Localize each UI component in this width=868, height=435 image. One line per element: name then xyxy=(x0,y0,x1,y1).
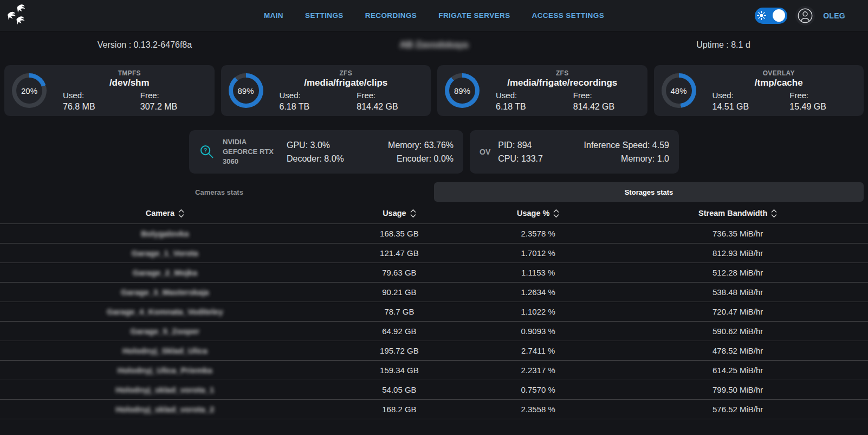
nav-item-settings[interactable]: SETTINGS xyxy=(305,11,344,20)
column-header-usage[interactable]: Usage xyxy=(330,209,469,218)
theme-toggle[interactable] xyxy=(755,8,787,24)
column-header-camera[interactable]: Camera xyxy=(0,209,330,218)
usage-percent-cell: 2.2317 % xyxy=(469,366,607,375)
table-row-7: Holodnyj_Ulica_Priemka 159.34 GB 2.2317 … xyxy=(0,360,868,380)
free-label: Free: xyxy=(789,91,856,100)
toggle-knob xyxy=(773,9,785,22)
detector-name: OV xyxy=(480,148,490,156)
camera-name-cell: Garage_2_Mojka xyxy=(0,268,330,277)
storage-type: ZFS xyxy=(269,69,424,77)
usage-percent-cell: 0.7570 % xyxy=(469,385,607,394)
storage-type: OVERLAY xyxy=(702,69,857,77)
bandwidth-cell: 614.25 MiB/hr xyxy=(607,366,868,375)
usage-cell: 159.34 GB xyxy=(330,366,469,375)
bandwidth-cell: 576.52 MiB/hr xyxy=(607,405,868,414)
donut-percent: 89% xyxy=(237,86,254,95)
storage-card-0: 20% TMPFS /dev/shm Used: 76.8 MB Free: 3… xyxy=(4,65,215,116)
user-menu-button[interactable] xyxy=(795,6,815,25)
used-value: 6.18 TB xyxy=(279,102,346,112)
used-label: Used: xyxy=(496,91,562,100)
nav-item-main[interactable]: MAIN xyxy=(264,11,283,20)
info-bar: Version : 0.13.2-6476f8a AB Zavodskaya U… xyxy=(0,31,868,59)
gpu-stats-card: ? NVIDIA GEFORCE RTX 3060 GPU: 3.0% Deco… xyxy=(189,130,463,174)
table-header: Camera Usage Usage % Stream Bandwidth xyxy=(0,203,868,223)
detector-pid: PID: 894 xyxy=(498,140,543,150)
usage-donut: 48% xyxy=(662,73,696,108)
camera-name-cell: Holodnyj_Sklad_Ulica xyxy=(0,346,330,355)
table-row-1: Garage_1_Vorota 121.47 GB 1.7012 % 812.9… xyxy=(0,243,868,263)
gpu-decoder: Decoder: 8.0% xyxy=(287,154,344,164)
usage-donut: 89% xyxy=(445,73,480,108)
gpu-usage: GPU: 3.0% xyxy=(287,140,344,150)
gpu-encoder: Encoder: 0.0% xyxy=(388,154,454,164)
storage-card-2: 89% ZFS /media/frigate/recordings Used: … xyxy=(437,65,647,116)
server-name: AB Zavodskaya xyxy=(400,40,469,50)
usage-percent-cell: 2.7411 % xyxy=(469,346,607,355)
camera-name-cell: Garage_4_Komnata_Voditeley xyxy=(0,307,330,316)
detector-inference-speed: Inference Speed: 4.59 xyxy=(584,140,669,150)
detector-memory: Memory: 1.0 xyxy=(584,154,669,164)
table-row-6: Holodnyj_Sklad_Ulica 195.72 GB 2.7411 % … xyxy=(0,341,868,360)
nav-item-frigate-servers[interactable]: FRIGATE SERVERS xyxy=(438,11,510,20)
usage-percent-cell: 1.1022 % xyxy=(469,307,607,316)
nav-item-access-settings[interactable]: ACCESS SETTINGS xyxy=(532,11,605,20)
svg-text:?: ? xyxy=(204,148,207,153)
detector-stats-card: OV PID: 894 CPU: 133.7 Inference Speed: … xyxy=(470,130,679,174)
usage-donut: 20% xyxy=(12,73,47,108)
camera-name-cell: Holodnyj_sklad_vorota_2 xyxy=(0,405,330,414)
column-header-stream-bandwidth[interactable]: Stream Bandwidth xyxy=(607,209,868,218)
usage-cell: 54.05 GB xyxy=(330,385,469,394)
camera-name-cell: Garage_5_Zooper xyxy=(0,327,330,336)
bandwidth-cell: 512.28 MiB/hr xyxy=(607,268,868,277)
version-label: Version : 0.13.2-6476f8a xyxy=(0,40,289,50)
usage-cell: 78.7 GB xyxy=(330,307,469,316)
free-value: 307.2 MB xyxy=(140,102,207,112)
table-row-0: Bolygalovka 168.35 GB 2.3578 % 736.35 Mi… xyxy=(0,223,868,243)
bandwidth-cell: 720.47 MiB/hr xyxy=(607,307,868,316)
free-label: Free: xyxy=(357,91,423,100)
usage-cell: 121.47 GB xyxy=(330,248,469,258)
usage-percent-cell: 2.3558 % xyxy=(469,405,607,414)
bandwidth-cell: 736.35 MiB/hr xyxy=(607,229,868,238)
sort-updown-icon xyxy=(178,209,184,218)
gpu-memory: Memory: 63.76% xyxy=(388,140,454,150)
storage-cards: 20% TMPFS /dev/shm Used: 76.8 MB Free: 3… xyxy=(4,65,864,116)
nav-item-recordings[interactable]: RECORDINGS xyxy=(365,11,417,20)
bandwidth-cell: 799.50 MiB/hr xyxy=(607,385,868,394)
bandwidth-cell: 538.48 MiB/hr xyxy=(607,287,868,297)
column-header-usage-percent[interactable]: Usage % xyxy=(469,209,607,218)
magnifier-question-icon[interactable]: ? xyxy=(199,144,215,160)
usage-percent-cell: 0.9093 % xyxy=(469,327,607,336)
tab-cameras-stats[interactable]: Cameras stats xyxy=(4,182,434,202)
usage-cell: 195.72 GB xyxy=(330,346,469,355)
sort-updown-icon xyxy=(553,209,559,218)
used-label: Used: xyxy=(279,91,346,100)
usage-percent-cell: 2.3578 % xyxy=(469,229,607,238)
camera-name-cell: Garage_3_Masterskaja xyxy=(0,287,330,297)
detector-cpu: CPU: 133.7 xyxy=(498,154,543,164)
storage-card-3: 48% OVERLAY /tmp/cache Used: 14.51 GB Fr… xyxy=(654,65,864,116)
storage-path: /tmp/cache xyxy=(702,78,857,88)
table-row-8: Holodnyj_sklad_vorota_1 54.05 GB 0.7570 … xyxy=(0,380,868,399)
bandwidth-cell: 812.93 MiB/hr xyxy=(607,248,868,258)
top-nav: MAIN SETTINGS RECORDINGS FRIGATE SERVERS… xyxy=(0,0,868,31)
used-value: 76.8 MB xyxy=(63,102,129,112)
usage-cell: 79.63 GB xyxy=(330,268,469,277)
username[interactable]: OLEG xyxy=(823,11,845,20)
donut-percent: 20% xyxy=(21,86,37,95)
nav-right-controls: OLEG xyxy=(755,6,845,25)
usage-percent-cell: 1.2634 % xyxy=(469,287,607,297)
table-row-4: Garage_4_Komnata_Voditeley 78.7 GB 1.102… xyxy=(0,302,868,321)
tab-storages-stats[interactable]: Storages stats xyxy=(434,182,864,202)
process-stats-row: ? NVIDIA GEFORCE RTX 3060 GPU: 3.0% Deco… xyxy=(0,130,868,174)
table-row-2: Garage_2_Mojka 79.63 GB 1.1153 % 512.28 … xyxy=(0,263,868,282)
uptime-label: Uptime : 8.1 d xyxy=(579,40,868,50)
donut-percent: 89% xyxy=(454,86,470,95)
sun-icon xyxy=(757,11,766,20)
storages-stats-table: Camera Usage Usage % Stream Bandwidth Bo… xyxy=(0,203,868,419)
frigate-logo[interactable] xyxy=(7,4,31,28)
storage-path: /media/frigate/clips xyxy=(269,78,424,88)
used-value: 14.51 GB xyxy=(712,102,779,112)
user-circle-icon xyxy=(797,8,813,24)
used-value: 6.18 TB xyxy=(496,102,562,112)
